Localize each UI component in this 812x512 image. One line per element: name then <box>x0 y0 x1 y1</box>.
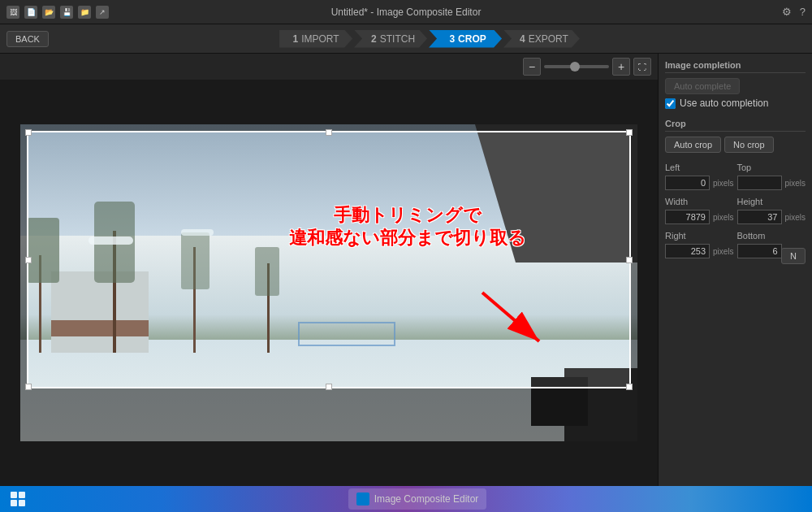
settings-icon[interactable]: ⚙ <box>782 6 792 18</box>
win-logo-quad-br <box>19 500 25 506</box>
left-top-row: Left pixels Top pixels <box>665 163 806 193</box>
width-input[interactable] <box>665 210 710 224</box>
top-field-row: Top <box>737 163 806 172</box>
panorama-image <box>20 124 637 441</box>
no-crop-button[interactable]: No crop <box>724 137 774 153</box>
windows-logo <box>11 492 25 506</box>
zoom-slider-thumb[interactable] <box>570 62 580 72</box>
image-completion-section: Image completion Auto complete Use auto … <box>665 60 806 109</box>
bottom-field-row: Bottom <box>737 231 806 241</box>
zoom-in-button[interactable]: + <box>612 58 630 76</box>
panorama-container: 手動トリミングで 違和感ない部分まで切り取る <box>20 124 637 441</box>
step-import[interactable]: 1 IMPORT <box>279 30 352 48</box>
roof-top-right <box>475 124 637 263</box>
left-unit: pixels <box>713 179 734 188</box>
taskbar: Image Composite Editor <box>0 486 812 512</box>
width-field-row: Width <box>665 197 734 206</box>
step-stitch[interactable]: 2 STITCH <box>354 30 427 48</box>
use-auto-completion-checkbox[interactable] <box>665 98 676 109</box>
step-import-label: IMPORT <box>301 33 339 45</box>
top-field: Top pixels <box>737 163 806 193</box>
crop-section: Crop Auto crop No crop Left pixels <box>665 119 806 262</box>
auto-crop-button[interactable]: Auto crop <box>665 137 721 153</box>
zoom-slider[interactable] <box>544 65 609 68</box>
start-button[interactable] <box>6 488 29 510</box>
win-logo-quad-tr <box>19 492 25 498</box>
image-viewport[interactable]: 手動トリミングで 違和感ない部分まで切り取る <box>0 80 658 486</box>
folder-icon[interactable]: 📁 <box>78 6 91 19</box>
right-field-row: Right <box>665 231 734 241</box>
width-value-row: pixels <box>665 210 734 224</box>
height-input[interactable] <box>737 210 782 224</box>
taskbar-app-icon <box>356 492 369 505</box>
width-label: Width <box>665 197 698 206</box>
step-stitch-num: 2 <box>371 33 377 45</box>
width-height-row: Width pixels Height pixels <box>665 197 806 228</box>
win-logo-quad-tl <box>11 492 17 498</box>
left-field: Left pixels <box>665 163 734 193</box>
step-export-label: EXPORT <box>529 33 568 45</box>
bottom-input[interactable] <box>737 244 782 258</box>
zoom-toolbar: − + ⛶ <box>0 54 658 80</box>
main-content: − + ⛶ <box>0 54 812 486</box>
tree-foliage-4 <box>255 247 279 296</box>
tree-foliage-3 <box>181 232 209 289</box>
next-button[interactable]: N <box>781 248 806 264</box>
right-input[interactable] <box>665 244 710 258</box>
left-field-row: Left <box>665 163 734 172</box>
right-field: Right pixels <box>665 231 734 262</box>
win-logo-quad-bl <box>11 500 17 506</box>
step-export[interactable]: 4 EXPORT <box>503 30 580 48</box>
title-bar-right: ⚙ ? <box>782 6 806 18</box>
fence-element <box>298 322 395 346</box>
use-auto-completion-label: Use auto completion <box>680 98 768 109</box>
export-icon[interactable]: ↗ <box>96 6 109 19</box>
fit-to-screen-button[interactable]: ⛶ <box>633 58 651 76</box>
dark-element <box>531 377 588 426</box>
right-unit: pixels <box>713 247 734 256</box>
taskbar-center: Image Composite Editor <box>29 488 806 510</box>
auto-completion-checkbox-row: Use auto completion <box>665 98 806 109</box>
height-field-row: Height <box>737 197 806 206</box>
top-input[interactable] <box>737 176 782 190</box>
step-stitch-label: STITCH <box>380 33 415 45</box>
help-icon[interactable]: ? <box>800 6 806 18</box>
step-crop-num: 3 <box>449 33 455 45</box>
step-crop[interactable]: 3 CROP <box>429 30 502 48</box>
left-input[interactable] <box>665 176 710 190</box>
height-value-row: pixels <box>737 210 806 224</box>
bottom-label: Bottom <box>737 231 770 241</box>
zoom-out-button[interactable]: − <box>523 58 541 76</box>
title-bar: 🖼 📄 📂 💾 📁 ↗ Untitled* - Image Composite … <box>0 0 812 24</box>
roof-left <box>51 320 149 336</box>
height-label: Height <box>737 197 770 206</box>
title-bar-left: 🖼 📄 📂 💾 📁 ↗ <box>6 6 109 19</box>
auto-complete-button[interactable]: Auto complete <box>665 78 740 94</box>
window-title: Untitled* - Image Composite Editor <box>331 7 482 18</box>
app-icon: 🖼 <box>6 6 19 19</box>
new-icon[interactable]: 📄 <box>24 6 37 19</box>
canvas-area: − + ⛶ <box>0 54 658 486</box>
top-label: Top <box>737 163 770 172</box>
taskbar-app-ice[interactable]: Image Composite Editor <box>348 488 487 510</box>
snow-on-tree-2 <box>181 229 214 236</box>
tree-foliage-1 <box>27 218 59 283</box>
right-panel: Image completion Auto complete Use auto … <box>658 54 812 486</box>
step-export-num: 4 <box>520 33 525 45</box>
height-unit: pixels <box>784 213 806 222</box>
open-icon[interactable]: 📂 <box>42 6 55 19</box>
building-left <box>51 271 149 353</box>
step-crop-label: CROP <box>458 33 486 45</box>
back-button[interactable]: BACK <box>6 31 49 47</box>
top-unit: pixels <box>784 179 806 188</box>
crop-buttons-row: Auto crop No crop <box>665 137 806 156</box>
left-label: Left <box>665 163 698 172</box>
step-import-num: 1 <box>293 33 299 45</box>
right-label: Right <box>665 231 698 241</box>
taskbar-app-label: Image Composite Editor <box>374 493 479 505</box>
width-field: Width pixels <box>665 197 734 228</box>
height-field: Height pixels <box>737 197 806 228</box>
save-icon[interactable]: 💾 <box>60 6 73 19</box>
crop-title: Crop <box>665 119 806 132</box>
left-value-row: pixels <box>665 176 734 190</box>
